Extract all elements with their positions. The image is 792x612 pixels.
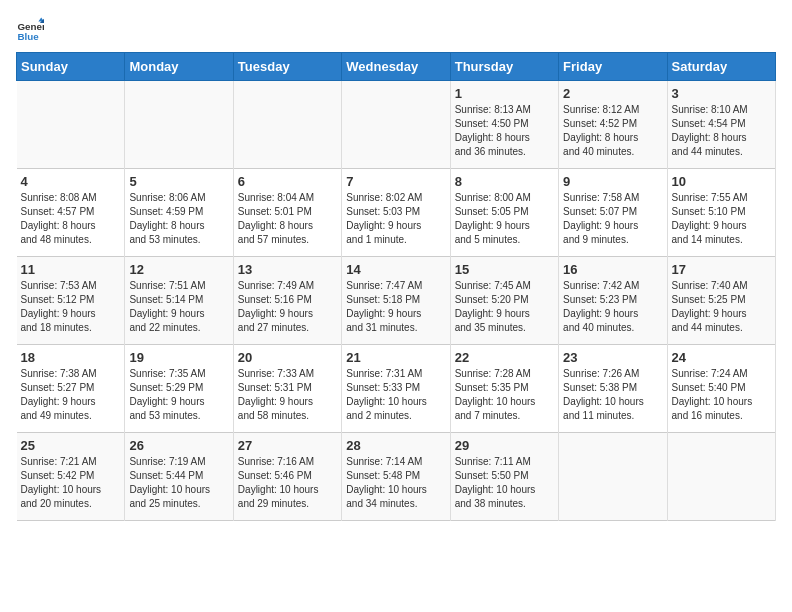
day-info: Sunrise: 7:45 AM Sunset: 5:20 PM Dayligh… <box>455 279 554 335</box>
calendar-cell: 20Sunrise: 7:33 AM Sunset: 5:31 PM Dayli… <box>233 345 341 433</box>
day-number: 4 <box>21 174 121 189</box>
calendar-cell: 23Sunrise: 7:26 AM Sunset: 5:38 PM Dayli… <box>559 345 667 433</box>
svg-text:Blue: Blue <box>17 31 39 42</box>
day-info: Sunrise: 7:16 AM Sunset: 5:46 PM Dayligh… <box>238 455 337 511</box>
day-info: Sunrise: 7:19 AM Sunset: 5:44 PM Dayligh… <box>129 455 228 511</box>
day-number: 5 <box>129 174 228 189</box>
day-header-saturday: Saturday <box>667 53 775 81</box>
day-header-wednesday: Wednesday <box>342 53 450 81</box>
day-info: Sunrise: 7:35 AM Sunset: 5:29 PM Dayligh… <box>129 367 228 423</box>
day-info: Sunrise: 7:21 AM Sunset: 5:42 PM Dayligh… <box>21 455 121 511</box>
calendar-cell <box>17 81 125 169</box>
day-number: 28 <box>346 438 445 453</box>
day-number: 21 <box>346 350 445 365</box>
calendar-cell: 1Sunrise: 8:13 AM Sunset: 4:50 PM Daylig… <box>450 81 558 169</box>
calendar-cell <box>667 433 775 521</box>
logo-icon: General Blue <box>16 16 44 44</box>
calendar-cell <box>125 81 233 169</box>
day-number: 18 <box>21 350 121 365</box>
day-header-sunday: Sunday <box>17 53 125 81</box>
calendar-cell: 10Sunrise: 7:55 AM Sunset: 5:10 PM Dayli… <box>667 169 775 257</box>
header-row: SundayMondayTuesdayWednesdayThursdayFrid… <box>17 53 776 81</box>
day-number: 12 <box>129 262 228 277</box>
calendar-cell: 2Sunrise: 8:12 AM Sunset: 4:52 PM Daylig… <box>559 81 667 169</box>
calendar-cell: 16Sunrise: 7:42 AM Sunset: 5:23 PM Dayli… <box>559 257 667 345</box>
day-number: 19 <box>129 350 228 365</box>
week-row-4: 18Sunrise: 7:38 AM Sunset: 5:27 PM Dayli… <box>17 345 776 433</box>
calendar-cell: 28Sunrise: 7:14 AM Sunset: 5:48 PM Dayli… <box>342 433 450 521</box>
calendar-cell: 5Sunrise: 8:06 AM Sunset: 4:59 PM Daylig… <box>125 169 233 257</box>
week-row-2: 4Sunrise: 8:08 AM Sunset: 4:57 PM Daylig… <box>17 169 776 257</box>
calendar-cell <box>342 81 450 169</box>
day-header-tuesday: Tuesday <box>233 53 341 81</box>
calendar-cell: 12Sunrise: 7:51 AM Sunset: 5:14 PM Dayli… <box>125 257 233 345</box>
day-number: 20 <box>238 350 337 365</box>
calendar-cell: 11Sunrise: 7:53 AM Sunset: 5:12 PM Dayli… <box>17 257 125 345</box>
day-info: Sunrise: 7:14 AM Sunset: 5:48 PM Dayligh… <box>346 455 445 511</box>
day-number: 2 <box>563 86 662 101</box>
day-info: Sunrise: 7:55 AM Sunset: 5:10 PM Dayligh… <box>672 191 771 247</box>
calendar-cell: 7Sunrise: 8:02 AM Sunset: 5:03 PM Daylig… <box>342 169 450 257</box>
day-info: Sunrise: 7:38 AM Sunset: 5:27 PM Dayligh… <box>21 367 121 423</box>
day-info: Sunrise: 8:04 AM Sunset: 5:01 PM Dayligh… <box>238 191 337 247</box>
day-number: 1 <box>455 86 554 101</box>
calendar-cell: 4Sunrise: 8:08 AM Sunset: 4:57 PM Daylig… <box>17 169 125 257</box>
calendar-table: SundayMondayTuesdayWednesdayThursdayFrid… <box>16 52 776 521</box>
day-info: Sunrise: 8:02 AM Sunset: 5:03 PM Dayligh… <box>346 191 445 247</box>
day-info: Sunrise: 7:40 AM Sunset: 5:25 PM Dayligh… <box>672 279 771 335</box>
day-number: 9 <box>563 174 662 189</box>
day-header-monday: Monday <box>125 53 233 81</box>
day-number: 16 <box>563 262 662 277</box>
calendar-cell: 22Sunrise: 7:28 AM Sunset: 5:35 PM Dayli… <box>450 345 558 433</box>
day-info: Sunrise: 8:06 AM Sunset: 4:59 PM Dayligh… <box>129 191 228 247</box>
logo: General Blue <box>16 16 48 44</box>
day-number: 3 <box>672 86 771 101</box>
calendar-cell: 19Sunrise: 7:35 AM Sunset: 5:29 PM Dayli… <box>125 345 233 433</box>
calendar-cell: 3Sunrise: 8:10 AM Sunset: 4:54 PM Daylig… <box>667 81 775 169</box>
page-header: General Blue <box>16 16 776 44</box>
day-number: 25 <box>21 438 121 453</box>
day-info: Sunrise: 7:33 AM Sunset: 5:31 PM Dayligh… <box>238 367 337 423</box>
calendar-cell: 21Sunrise: 7:31 AM Sunset: 5:33 PM Dayli… <box>342 345 450 433</box>
day-info: Sunrise: 7:58 AM Sunset: 5:07 PM Dayligh… <box>563 191 662 247</box>
day-number: 11 <box>21 262 121 277</box>
day-number: 29 <box>455 438 554 453</box>
day-number: 13 <box>238 262 337 277</box>
calendar-cell: 25Sunrise: 7:21 AM Sunset: 5:42 PM Dayli… <box>17 433 125 521</box>
day-info: Sunrise: 7:49 AM Sunset: 5:16 PM Dayligh… <box>238 279 337 335</box>
day-header-thursday: Thursday <box>450 53 558 81</box>
day-info: Sunrise: 7:51 AM Sunset: 5:14 PM Dayligh… <box>129 279 228 335</box>
day-number: 23 <box>563 350 662 365</box>
calendar-cell: 17Sunrise: 7:40 AM Sunset: 5:25 PM Dayli… <box>667 257 775 345</box>
calendar-cell: 6Sunrise: 8:04 AM Sunset: 5:01 PM Daylig… <box>233 169 341 257</box>
day-info: Sunrise: 8:08 AM Sunset: 4:57 PM Dayligh… <box>21 191 121 247</box>
day-number: 14 <box>346 262 445 277</box>
day-info: Sunrise: 8:00 AM Sunset: 5:05 PM Dayligh… <box>455 191 554 247</box>
calendar-body: 1Sunrise: 8:13 AM Sunset: 4:50 PM Daylig… <box>17 81 776 521</box>
day-number: 8 <box>455 174 554 189</box>
calendar-cell: 9Sunrise: 7:58 AM Sunset: 5:07 PM Daylig… <box>559 169 667 257</box>
calendar-cell: 13Sunrise: 7:49 AM Sunset: 5:16 PM Dayli… <box>233 257 341 345</box>
day-info: Sunrise: 7:26 AM Sunset: 5:38 PM Dayligh… <box>563 367 662 423</box>
day-number: 17 <box>672 262 771 277</box>
day-info: Sunrise: 7:47 AM Sunset: 5:18 PM Dayligh… <box>346 279 445 335</box>
day-info: Sunrise: 7:31 AM Sunset: 5:33 PM Dayligh… <box>346 367 445 423</box>
week-row-3: 11Sunrise: 7:53 AM Sunset: 5:12 PM Dayli… <box>17 257 776 345</box>
calendar-cell: 26Sunrise: 7:19 AM Sunset: 5:44 PM Dayli… <box>125 433 233 521</box>
calendar-cell: 15Sunrise: 7:45 AM Sunset: 5:20 PM Dayli… <box>450 257 558 345</box>
day-info: Sunrise: 8:13 AM Sunset: 4:50 PM Dayligh… <box>455 103 554 159</box>
day-info: Sunrise: 8:10 AM Sunset: 4:54 PM Dayligh… <box>672 103 771 159</box>
day-number: 15 <box>455 262 554 277</box>
calendar-cell: 8Sunrise: 8:00 AM Sunset: 5:05 PM Daylig… <box>450 169 558 257</box>
day-info: Sunrise: 7:42 AM Sunset: 5:23 PM Dayligh… <box>563 279 662 335</box>
day-info: Sunrise: 7:24 AM Sunset: 5:40 PM Dayligh… <box>672 367 771 423</box>
day-info: Sunrise: 8:12 AM Sunset: 4:52 PM Dayligh… <box>563 103 662 159</box>
calendar-cell <box>233 81 341 169</box>
day-info: Sunrise: 7:53 AM Sunset: 5:12 PM Dayligh… <box>21 279 121 335</box>
day-info: Sunrise: 7:28 AM Sunset: 5:35 PM Dayligh… <box>455 367 554 423</box>
day-info: Sunrise: 7:11 AM Sunset: 5:50 PM Dayligh… <box>455 455 554 511</box>
calendar-cell <box>559 433 667 521</box>
calendar-cell: 29Sunrise: 7:11 AM Sunset: 5:50 PM Dayli… <box>450 433 558 521</box>
day-number: 10 <box>672 174 771 189</box>
day-number: 7 <box>346 174 445 189</box>
